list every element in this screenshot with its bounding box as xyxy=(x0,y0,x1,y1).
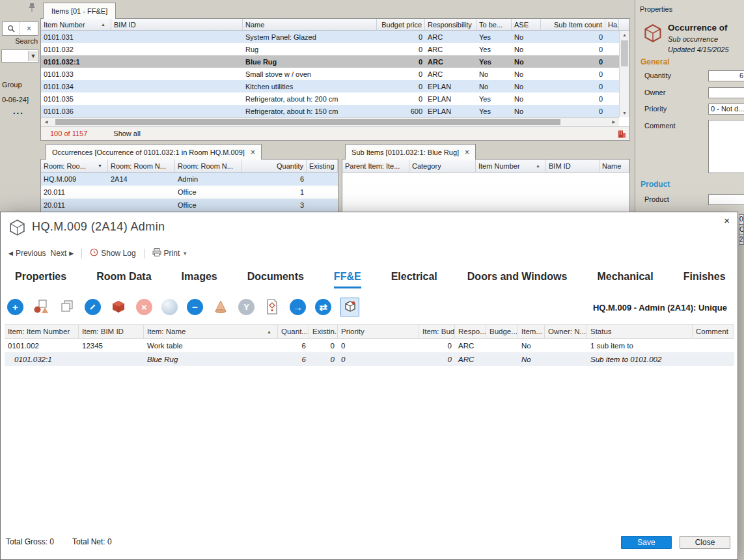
add-icon[interactable]: + xyxy=(7,299,23,315)
table-row[interactable]: 0101.002 12345 Work table 6 0 0 0 ARC No… xyxy=(5,339,734,352)
items-horizontal-scrollbar[interactable]: ◄ ► xyxy=(41,117,619,126)
column-header[interactable]: Budget price xyxy=(377,19,425,30)
sync-icon[interactable]: ⇄ xyxy=(315,299,331,315)
table-row[interactable]: 0101.035Refrigerator, about h: 200 cm 0E… xyxy=(41,92,629,105)
table-row[interactable]: 20.011 Office3 xyxy=(41,199,338,212)
column-header[interactable]: Name xyxy=(243,19,377,30)
search-box[interactable]: × xyxy=(2,21,38,36)
column-header[interactable]: Room: Room N... xyxy=(175,160,241,172)
column-header[interactable]: Item: Item Number xyxy=(5,325,79,338)
column-header[interactable]: Item: Budge... xyxy=(419,325,455,338)
save-button[interactable]: Save xyxy=(621,536,672,549)
comment-field[interactable] xyxy=(708,120,744,173)
scrollbar-thumb[interactable] xyxy=(621,40,628,66)
column-header[interactable]: Respo... xyxy=(455,325,486,338)
column-header[interactable]: Quant... xyxy=(278,325,309,338)
tab-room-data[interactable]: Room Data xyxy=(96,271,151,288)
item-shapes-icon[interactable] xyxy=(33,298,49,315)
owner-field[interactable] xyxy=(708,87,744,98)
edit-icon[interactable] xyxy=(85,299,101,315)
building-icon[interactable] xyxy=(618,130,626,138)
show-log-button[interactable]: Show Log xyxy=(90,248,135,259)
priority-field[interactable]: 0 - Not d... xyxy=(708,104,744,115)
tab-doors-and-windows[interactable]: Doors and Windows xyxy=(467,271,568,288)
column-header[interactable]: Item: Name▲ xyxy=(144,325,278,338)
add-sub-item-icon[interactable] xyxy=(110,298,127,315)
column-header[interactable]: Ha... xyxy=(605,19,619,30)
table-row[interactable]: 20.011 Office1 xyxy=(41,186,338,199)
column-header[interactable]: BIM ID xyxy=(111,19,243,30)
y-sync-icon[interactable]: Y xyxy=(238,299,255,315)
model-view-icon[interactable] xyxy=(340,298,359,316)
close-icon[interactable]: × xyxy=(724,216,730,225)
tab-occurrences[interactable]: Occurrences [Occurrence of 0101.032:1 in… xyxy=(46,144,262,160)
saved-search-item[interactable]: 0-06-24] xyxy=(2,96,29,104)
clear-search-icon[interactable]: × xyxy=(20,24,38,33)
delete-icon[interactable]: × xyxy=(136,299,152,315)
column-header[interactable]: ASE xyxy=(512,19,541,30)
close-button[interactable]: Close xyxy=(680,536,730,549)
column-header[interactable]: Parent Item: Ite... xyxy=(342,160,409,172)
table-row[interactable]: 0101.032Rug 0ARC YesNo 0 xyxy=(41,43,629,55)
table-row[interactable]: 0101.033Small stove w / oven 0ARC NoNo 0 xyxy=(41,68,629,80)
quantity-field[interactable]: 6 xyxy=(708,70,744,81)
previous-button[interactable]: ◀ Previous xyxy=(8,249,46,258)
cone-icon[interactable] xyxy=(212,298,229,315)
column-header[interactable]: Owner: N... xyxy=(545,325,587,338)
document-icon[interactable] xyxy=(264,298,281,315)
column-header[interactable]: Comment xyxy=(693,325,734,338)
dock-pin-icon[interactable] xyxy=(27,3,36,13)
scrollbar-thumb[interactable] xyxy=(55,119,560,125)
show-all-link[interactable]: Show all xyxy=(113,130,141,137)
table-row[interactable]: 0101.031System Panel: Glazed 0ARC YesNo … xyxy=(41,31,629,43)
remove-icon[interactable]: − xyxy=(187,299,203,315)
table-row[interactable]: 0101.034Kitchen utilities 0EPLAN NoNo 0 xyxy=(41,80,629,92)
scroll-left-icon[interactable]: ◄ xyxy=(44,119,49,125)
table-row[interactable]: HQ.M.0092A14 Admin6 xyxy=(41,173,338,186)
saved-search-dropdown[interactable]: ▼ xyxy=(1,49,39,63)
column-header[interactable]: To be... xyxy=(476,19,512,30)
move-icon[interactable]: → xyxy=(290,299,306,315)
tab-images[interactable]: Images xyxy=(182,271,217,288)
tab-ffe[interactable]: FF&E xyxy=(334,271,361,288)
column-header[interactable]: Item: BIM ID xyxy=(79,325,144,338)
tab-properties[interactable]: Properties xyxy=(15,271,66,288)
column-header[interactable]: Status xyxy=(587,325,693,338)
tab-sub-items[interactable]: Sub Items [0101.032:1: Blue Rug] × xyxy=(345,144,476,160)
search-label[interactable]: Search xyxy=(0,37,38,45)
copy-items-icon[interactable] xyxy=(59,298,76,315)
tab-finishes[interactable]: Finishes xyxy=(683,271,726,288)
next-button[interactable]: Next ▶ xyxy=(51,249,74,258)
more-button[interactable]: ... xyxy=(13,106,24,116)
search-icon[interactable] xyxy=(3,22,20,35)
items-vertical-scrollbar[interactable]: ▲ ▼ xyxy=(619,31,629,117)
table-row[interactable]: 0101.036Refrigerator, about h: 150 cm 60… xyxy=(41,105,629,117)
column-header[interactable]: Responsibility xyxy=(425,19,476,30)
column-header[interactable]: Existin... xyxy=(309,325,338,338)
tab-mechanical[interactable]: Mechanical xyxy=(597,271,653,288)
column-header[interactable]: Name xyxy=(599,160,629,172)
column-header[interactable]: Item Number▲ xyxy=(41,19,111,30)
column-header[interactable]: Item... xyxy=(518,325,545,338)
product-field[interactable] xyxy=(708,194,744,205)
column-header[interactable]: Room: Roo...▼ xyxy=(41,160,108,172)
scroll-right-icon[interactable]: ► xyxy=(611,119,616,125)
print-button[interactable]: Print ▼ xyxy=(152,248,188,259)
column-header[interactable]: Category xyxy=(409,160,476,172)
scroll-down-icon[interactable]: ▼ xyxy=(620,111,629,115)
column-header[interactable]: Item Number▲ xyxy=(476,160,546,172)
table-row-selected[interactable]: 0101.032:1Blue Rug 0ARC YesNo 0 xyxy=(41,55,629,68)
column-header[interactable]: Budge... xyxy=(486,325,518,338)
close-icon[interactable]: × xyxy=(251,148,255,157)
table-row-sub-item[interactable]: 0101.032:1 Blue Rug 6 0 0 0 ARC No Sub i… xyxy=(5,352,734,366)
column-header[interactable]: Sub Item count xyxy=(541,19,605,30)
tab-electrical[interactable]: Electrical xyxy=(391,271,437,288)
sphere-icon[interactable] xyxy=(161,299,178,315)
scroll-up-icon[interactable]: ▲ xyxy=(620,33,629,37)
column-header[interactable]: Room: Room N... xyxy=(108,160,175,172)
tab-items[interactable]: Items [01 - FF&E] xyxy=(43,3,116,19)
column-header[interactable]: Existing xyxy=(307,160,338,172)
column-header[interactable]: Quantity xyxy=(241,160,307,172)
close-icon[interactable]: × xyxy=(465,148,469,157)
column-header[interactable]: Priority xyxy=(338,325,419,338)
